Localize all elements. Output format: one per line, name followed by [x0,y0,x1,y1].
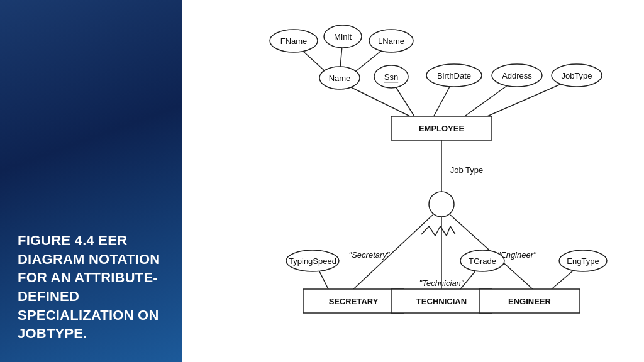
address-text: Address [502,71,532,80]
secretary-label: "Secretary" [349,250,391,260]
engtype-text: EngType [567,256,599,266]
svg-line-14 [435,226,440,236]
employee-label: EMPLOYEE [419,124,465,133]
typingspeed-text: TypingSpeed [289,256,336,266]
engineer-label-text: ENGINEER [508,297,552,306]
birthdate-text: BirthDate [437,71,471,80]
svg-line-20 [552,270,574,289]
ssn-text: Ssn [384,72,398,82]
technician-label-text: TECHNICIAN [416,297,467,306]
jobtype-text: JobType [561,71,592,80]
name-text: Name [329,74,351,83]
svg-line-16 [447,226,450,236]
svg-line-13 [429,226,435,236]
technician-label: "Technician" [419,278,465,288]
job-type-label: Job Type [450,165,484,175]
figure-caption: FIGURE 4.4 EERdiagram notationfor an att… [18,231,160,343]
svg-line-17 [450,226,455,234]
figure-label-text: FIGURE 4.4 EERdiagram notationfor an att… [18,233,160,341]
svg-line-12 [421,226,429,234]
svg-line-18 [319,270,328,289]
minit-text: MInit [334,32,352,41]
fname-text: FName [280,36,308,46]
eer-diagram: EMPLOYEE Job Type "Secretary" "Technicia… [182,0,644,362]
lname-text: LName [378,36,404,46]
left-panel: FIGURE 4.4 EERdiagram notationfor an att… [0,0,182,362]
right-panel: EMPLOYEE Job Type "Secretary" "Technicia… [182,0,644,362]
tgrade-text: TGrade [469,256,496,266]
secretary-label-text: SECRETARY [329,297,379,306]
specialization-circle [429,192,454,217]
